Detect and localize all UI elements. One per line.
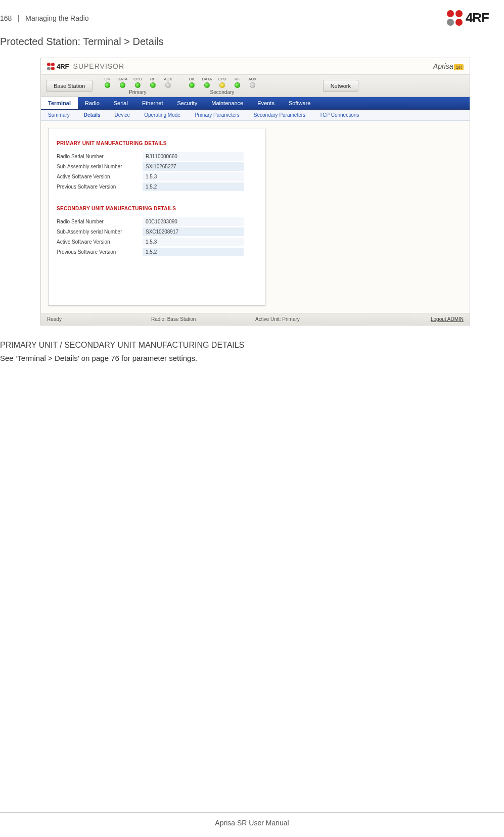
primary-label: Primary [129, 89, 146, 95]
menu-software[interactable]: Software [282, 97, 317, 109]
status-active-unit: Active Unit: Primary [255, 316, 359, 322]
submenu-tcp-connections[interactable]: TCP Connections [312, 110, 366, 120]
status-logout[interactable]: Logout ADMIN [359, 316, 464, 322]
row-value: R3110000660 [143, 152, 244, 161]
row-label: Active Software Version [57, 174, 143, 179]
menu-serial[interactable]: Serial [107, 97, 135, 109]
supervisor-logo: 4RF SUPERVISOR [47, 62, 124, 70]
aprisa-text: Aprisa [433, 62, 453, 70]
secondary-rows: Radio Serial Number00C10283090 Sub-Assem… [57, 216, 257, 257]
row-label: Radio Serial Number [57, 219, 143, 224]
menu-security[interactable]: Security [170, 97, 205, 109]
aux-led-icon [165, 82, 171, 88]
submenu-device[interactable]: Device [108, 110, 138, 120]
row-value: 1.5.3 [143, 238, 244, 246]
aux-led-icon [250, 82, 255, 88]
table-row: Sub-Assembly serial NumberSXI10265227 [57, 161, 257, 171]
ok-led-icon [105, 82, 110, 88]
submenu-summary[interactable]: Summary [41, 110, 77, 120]
secondary-led-block: OK DATA CPU RF AUX Secondary [185, 77, 259, 95]
rf-led-icon [150, 82, 156, 88]
supervisor-logo-icon [47, 63, 55, 70]
menu-radio[interactable]: Radio [78, 97, 107, 109]
logout-link[interactable]: Logout ADMIN [431, 316, 464, 322]
page-header-left: 168 | Managing the Radio [0, 14, 89, 22]
led-label: CPU [218, 77, 226, 81]
supervisor-brand-text: 4RF [57, 63, 69, 70]
led-label: RF [235, 77, 240, 81]
table-row: Previous Software Version1.5.2 [57, 247, 257, 257]
row-value: 1.5.3 [143, 172, 244, 181]
led-label: AUX [164, 77, 172, 81]
primary-panel-title: PRIMARY UNIT MANUFACTURING DETAILS [57, 141, 257, 146]
logo-dots-icon [447, 10, 463, 26]
led-label: CPU [133, 77, 142, 81]
secondary-label: Secondary [210, 89, 234, 95]
table-row: Active Software Version1.5.3 [57, 171, 257, 181]
data-led-icon [120, 82, 125, 88]
aprisa-logo: AprisaSR [433, 62, 464, 70]
sub-heading: PRIMARY UNIT / SECONDARY UNIT MANUFACTUR… [0, 326, 504, 354]
cpu-led-icon [135, 82, 141, 88]
row-value: 1.5.2 [143, 248, 244, 256]
brand-text: 4RF [466, 10, 489, 26]
menu-events[interactable]: Events [250, 97, 282, 109]
row-label: Sub-Assembly serial Number [57, 229, 143, 235]
row-label: Active Software Version [57, 239, 143, 245]
status-ready: Ready [47, 316, 151, 322]
row-value: 1.5.2 [143, 182, 244, 191]
table-row: Radio Serial Number00C10283090 [57, 216, 257, 226]
primary-leds: OK DATA CPU RF AUX [100, 77, 175, 89]
section-path: Managing the Radio [25, 14, 88, 22]
menubar: Terminal Radio Serial Ethernet Security … [41, 97, 470, 110]
brand-logo: 4RF [447, 10, 489, 26]
led-label: OK [105, 77, 111, 81]
led-label: OK [189, 77, 195, 81]
primary-led-block: OK DATA CPU RF AUX Primary [100, 77, 175, 95]
primary-rows: Radio Serial NumberR3110000660 Sub-Assem… [57, 151, 257, 192]
base-station-button[interactable]: Base Station [46, 80, 93, 92]
submenu-primary-parameters[interactable]: Primary Parameters [188, 110, 247, 120]
row-label: Previous Software Version [57, 249, 143, 255]
led-blocks: OK DATA CPU RF AUX Primary OK DATA CPU R… [98, 75, 259, 97]
led-label: DATA [202, 77, 212, 81]
submenu: Summary Details Device Operating Mode Pr… [41, 110, 470, 121]
details-panel: PRIMARY UNIT MANUFACTURING DETAILS Radio… [48, 128, 265, 306]
network-button[interactable]: Network [323, 80, 358, 92]
row-label: Previous Software Version [57, 184, 143, 190]
supervisor-header: 4RF SUPERVISOR AprisaSR [41, 58, 470, 74]
content-area: PRIMARY UNIT MANUFACTURING DETAILS Radio… [41, 121, 470, 313]
row-label: Sub-Assembly serial Number [57, 164, 143, 169]
cpu-led-icon [219, 82, 225, 88]
status-radio: Radio: Base Station [151, 316, 255, 322]
separator: | [14, 14, 23, 22]
led-label: RF [150, 77, 156, 81]
table-row: Active Software Version1.5.3 [57, 237, 257, 247]
supervisor-window: 4RF SUPERVISOR AprisaSR Base Station OK … [40, 58, 470, 326]
data-led-icon [204, 82, 210, 88]
footer-text: Aprisa SR User Manual [215, 819, 289, 827]
statusbar: Ready Radio: Base Station Active Unit: P… [41, 313, 470, 325]
supervisor-toolbar: Base Station OK DATA CPU RF AUX Primary … [41, 74, 470, 97]
supervisor-app-name: SUPERVISOR [73, 62, 125, 70]
rf-led-icon [235, 82, 240, 88]
menu-maintenance[interactable]: Maintenance [204, 97, 250, 109]
menu-terminal[interactable]: Terminal [41, 97, 78, 109]
menu-ethernet[interactable]: Ethernet [135, 97, 170, 109]
table-row: Previous Software Version1.5.2 [57, 181, 257, 192]
secondary-leds: OK DATA CPU RF AUX [185, 77, 259, 89]
main-heading: Protected Station: Terminal > Details [0, 31, 504, 58]
led-label: AUX [248, 77, 256, 81]
ok-led-icon [189, 82, 195, 88]
table-row: Sub-Assembly serial NumberSXC10208917 [57, 226, 257, 237]
submenu-details[interactable]: Details [77, 110, 108, 120]
secondary-panel-title: SECONDARY UNIT MANUFACTURING DETAILS [57, 206, 257, 211]
page-number: 168 [0, 14, 12, 22]
submenu-operating-mode[interactable]: Operating Mode [137, 110, 188, 120]
page-footer: Aprisa SR User Manual [0, 812, 504, 827]
row-value: SXC10208917 [143, 227, 244, 236]
table-row: Radio Serial NumberR3110000660 [57, 151, 257, 161]
submenu-secondary-parameters[interactable]: Secondary Parameters [247, 110, 312, 120]
led-label: DATA [117, 77, 127, 81]
row-value: SXI10265227 [143, 162, 244, 171]
